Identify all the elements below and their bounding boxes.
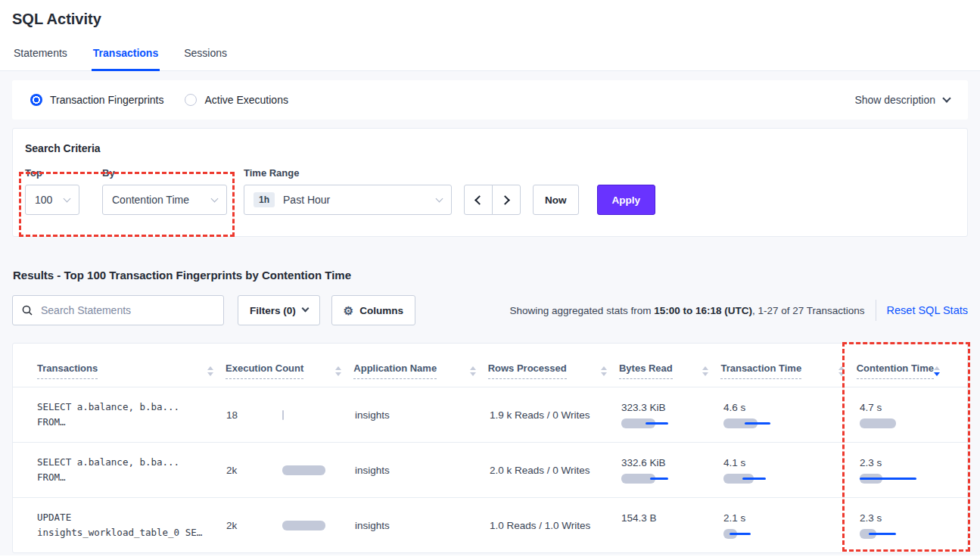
application-name-cell: insights (355, 409, 490, 421)
columns-label: Columns (359, 305, 403, 316)
now-button[interactable]: Now (533, 185, 579, 215)
results-heading: Results - Top 100 Transaction Fingerprin… (12, 269, 968, 282)
radio-transaction-fingerprints[interactable]: Transaction Fingerprints (30, 94, 163, 106)
show-description-toggle[interactable]: Show description (854, 94, 950, 106)
bytes-read-cell: 323.3 KiB (621, 402, 723, 428)
search-criteria-form: Top 100 By Contention Time Time Range 1h (25, 167, 955, 215)
header-execution-count[interactable]: Execution Count (226, 362, 353, 387)
table-row: SELECT a.balance, b.ba...FROM… 2k insigh… (13, 443, 967, 498)
transactions-table: Transactions Execution Count Application… (12, 343, 968, 553)
page-header: SQL Activity Statements Transactions Ses… (0, 0, 980, 71)
application-name-cell: insights (355, 520, 490, 531)
application-name-cell: insights (355, 465, 490, 476)
rows-processed-cell: 2.0 k Reads / 0 Writes (490, 465, 621, 476)
view-toggle-bar: Transaction Fingerprints Active Executio… (12, 80, 968, 120)
transaction-fingerprint-link[interactable]: SELECT a.balance, b.ba...FROM… (37, 400, 226, 430)
chevron-left-icon (474, 195, 484, 205)
page-content: Transaction Fingerprints Active Executio… (0, 71, 980, 555)
time-range-arrows (464, 185, 521, 215)
transaction-fingerprint-link[interactable]: UPDATEinsights_workload_table_0 SE… (37, 510, 226, 540)
sort-icon[interactable] (702, 366, 708, 376)
header-transaction-time[interactable]: Transaction Time (720, 362, 856, 387)
radio-active-executions[interactable]: Active Executions (185, 94, 288, 106)
time-range-select[interactable]: 1h Past Hour (244, 185, 452, 215)
top-label: Top (25, 167, 79, 179)
execution-count-cell: 18 (226, 409, 355, 421)
radio-label: Transaction Fingerprints (50, 94, 163, 106)
header-application-name[interactable]: Application Name (353, 362, 487, 387)
execution-count-bar (282, 410, 343, 420)
header-transactions[interactable]: Transactions (37, 362, 226, 387)
page-title: SQL Activity (12, 11, 968, 28)
search-statements-input[interactable] (39, 303, 214, 317)
chevron-down-icon (942, 94, 950, 102)
top-select-value: 100 (35, 194, 52, 206)
table-row: SELECT a.balance, b.ba...FROM… 18 insigh… (13, 387, 967, 443)
rows-processed-cell: 1.0 Reads / 1.0 Writes (490, 520, 621, 531)
by-label: By (102, 167, 227, 179)
sort-icon[interactable] (207, 366, 213, 376)
table-header-row: Transactions Execution Count Application… (13, 344, 967, 387)
time-range-field: Time Range 1h Past Hour (244, 167, 452, 215)
sort-icon[interactable] (934, 366, 940, 376)
top-field: Top 100 (25, 167, 79, 215)
by-select[interactable]: Contention Time (102, 185, 227, 215)
execution-count-cell: 2k (226, 465, 355, 476)
time-range-value: Past Hour (283, 194, 330, 206)
transaction-time-bar (723, 474, 784, 484)
prev-time-button[interactable] (464, 185, 493, 215)
filters-button[interactable]: Filters (0) (238, 295, 320, 325)
transaction-time-bar (723, 418, 784, 428)
table-row: UPDATEinsights_workload_table_0 SE… 2k i… (13, 498, 967, 553)
header-rows-processed[interactable]: Rows Processed (488, 362, 619, 387)
showing-stats-text: Showing aggregated stats from 15:00 to 1… (510, 305, 865, 316)
sort-icon[interactable] (335, 366, 341, 376)
contention-time-bar (860, 474, 920, 484)
results-controls: Filters (0) ⚙ Columns Showing aggregated… (12, 295, 968, 325)
radio-unselected-icon[interactable] (185, 94, 197, 106)
columns-button[interactable]: ⚙ Columns (331, 295, 415, 325)
tab-statements[interactable]: Statements (12, 47, 69, 70)
transaction-time-cell: 4.6 s (723, 402, 860, 428)
bytes-read-bar (621, 529, 682, 539)
transaction-time-bar (723, 529, 784, 539)
contention-time-cell: 2.3 s (860, 457, 952, 484)
tab-bar: Statements Transactions Sessions (12, 47, 968, 70)
bytes-read-cell: 332.6 KiB (621, 457, 723, 484)
execution-count-bar (282, 465, 343, 475)
chevron-down-icon (301, 305, 309, 313)
next-time-button[interactable] (492, 185, 521, 215)
sort-icon[interactable] (601, 366, 607, 376)
chevron-down-icon (436, 194, 443, 202)
sort-icon[interactable] (470, 366, 476, 376)
radio-selected-icon[interactable] (30, 94, 42, 106)
reset-sql-stats-link[interactable]: Reset SQL Stats (887, 304, 968, 316)
search-statements-box[interactable] (12, 295, 224, 325)
contention-time-bar (860, 418, 920, 428)
contention-time-bar (860, 529, 920, 539)
contention-time-cell: 4.7 s (860, 402, 952, 428)
chevron-right-icon (500, 195, 510, 205)
tab-transactions[interactable]: Transactions (92, 47, 160, 71)
top-select[interactable]: 100 (25, 185, 79, 215)
by-select-value: Contention Time (112, 194, 189, 206)
header-contention-time[interactable]: Contention Time (857, 362, 952, 387)
time-range-badge: 1h (254, 192, 275, 207)
search-criteria-card: Search Criteria Top 100 By Contention Ti… (12, 128, 968, 237)
showing-stats-range: 15:00 to 16:18 (UTC) (654, 305, 752, 316)
time-range-label: Time Range (244, 167, 452, 179)
header-bytes-read[interactable]: Bytes Read (619, 362, 720, 387)
execution-count-cell: 2k (226, 520, 355, 531)
show-description-label: Show description (854, 94, 935, 106)
contention-time-cell: 2.3 s (860, 512, 952, 539)
sort-icon[interactable] (838, 366, 845, 376)
tab-sessions[interactable]: Sessions (182, 47, 229, 70)
transaction-time-cell: 2.1 s (723, 512, 860, 539)
transaction-fingerprint-link[interactable]: SELECT a.balance, b.ba...FROM… (37, 455, 226, 485)
apply-button[interactable]: Apply (597, 185, 656, 215)
radio-label: Active Executions (204, 94, 288, 106)
transaction-time-cell: 4.1 s (723, 457, 860, 484)
search-icon (22, 305, 33, 316)
vertical-divider (876, 300, 876, 321)
chevron-down-icon (211, 194, 219, 202)
